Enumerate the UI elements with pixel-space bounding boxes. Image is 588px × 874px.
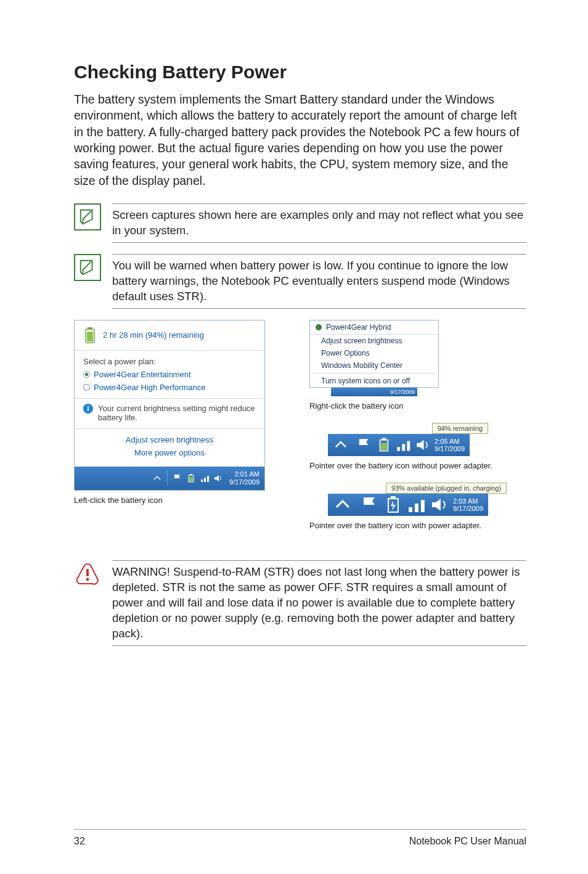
- note-icon: [74, 203, 101, 231]
- plan-option-1[interactable]: Power4Gear Entertainment: [83, 370, 256, 379]
- svg-rect-8: [382, 438, 385, 439]
- caption-no-adapter: Pointer over the battery icon without po…: [309, 461, 526, 472]
- svg-rect-9: [381, 443, 387, 449]
- adjust-brightness-link[interactable]: Adjust screen brightness: [83, 434, 256, 447]
- tooltip-remaining: 94% remaining: [432, 423, 488, 434]
- radio-icon: [83, 384, 90, 391]
- flag-icon[interactable]: [360, 495, 380, 515]
- tray-date: 9/17/2009: [435, 445, 465, 452]
- remaining-label: 2 hr 28 min (94%) remaining: [103, 330, 204, 340]
- chevron-up-icon[interactable]: [152, 473, 162, 483]
- plans-header: Select a power plan:: [83, 357, 256, 366]
- svg-rect-5: [189, 477, 193, 481]
- svg-point-6: [316, 324, 322, 330]
- volume-icon[interactable]: [213, 473, 223, 483]
- ctx-system-icons[interactable]: Turn system icons on or off: [310, 375, 438, 387]
- note-2-text: You will be warned when battery power is…: [112, 254, 526, 309]
- svg-rect-2: [87, 332, 93, 341]
- network-icon[interactable]: [395, 437, 411, 453]
- plan-option-2[interactable]: Power4Gear High Performance: [83, 383, 256, 392]
- battery-tray-icon[interactable]: [186, 473, 196, 483]
- ctx-power-options[interactable]: Power Options: [310, 347, 438, 359]
- caption-with-adapter: Pointer over the battery icon with power…: [309, 521, 526, 531]
- ctx-adjust-brightness[interactable]: Adjust screen brightness: [310, 335, 438, 347]
- note-1-text: Screen captures shown here are examples …: [112, 203, 526, 243]
- svg-rect-11: [391, 496, 396, 499]
- tooltip-charging: 93% available (plugged in, charging): [386, 483, 507, 494]
- volume-icon[interactable]: [430, 495, 449, 515]
- battery-popup: 2 hr 28 min (94%) remaining Select a pow…: [74, 320, 265, 491]
- warning-block: WARNING! Suspend-to-RAM (STR) does not l…: [74, 560, 526, 646]
- caption-left: Left-click the battery icon: [74, 496, 291, 506]
- network-icon[interactable]: [406, 495, 426, 515]
- plan-2-label: Power4Gear High Performance: [94, 383, 205, 392]
- flag-icon[interactable]: [356, 437, 372, 453]
- info-icon: i: [83, 404, 93, 414]
- tray-mini: 9/17/2009: [331, 388, 417, 396]
- tray-no-adapter: 2:05 AM 9/17/2009: [328, 434, 470, 456]
- note-2: You will be warned when battery power is…: [74, 254, 526, 309]
- note-icon: [74, 254, 101, 281]
- chevron-up-icon[interactable]: [333, 495, 353, 515]
- ctx-mobility-center[interactable]: Windows Mobility Center: [310, 359, 438, 372]
- power4gear-icon: [315, 324, 322, 331]
- note-1: Screen captures shown here are examples …: [74, 203, 526, 243]
- brightness-info: Your current brightness setting might re…: [98, 404, 256, 422]
- footer-title: Notebook PC User Manual: [409, 836, 526, 847]
- battery-icon: [83, 327, 97, 344]
- context-menu: Power4Gear Hybrid Adjust screen brightne…: [309, 320, 439, 388]
- page-footer: 32 Notebook PC User Manual: [74, 829, 526, 847]
- battery-tray-icon[interactable]: [376, 437, 392, 453]
- tray-time: 2:01 AM: [229, 470, 259, 478]
- chevron-up-icon[interactable]: [333, 437, 349, 453]
- network-icon[interactable]: [200, 473, 210, 483]
- tray-time: 2:03 AM: [453, 497, 483, 505]
- heading: Checking Battery Power: [74, 62, 526, 83]
- taskbar-tray-left: 2:01 AM 9/17/2009: [75, 467, 264, 490]
- svg-rect-4: [190, 474, 192, 475]
- svg-rect-12: [86, 569, 89, 576]
- plan-1-label: Power4Gear Entertainment: [94, 370, 191, 379]
- radio-selected-icon: [83, 371, 90, 378]
- svg-point-13: [86, 578, 89, 581]
- tray-date: 9/17/2009: [453, 505, 483, 512]
- tray-time: 2:05 AM: [435, 438, 465, 445]
- battery-charging-icon[interactable]: [383, 495, 403, 515]
- caption-ctx: Right-click the battery icon: [309, 401, 526, 412]
- more-power-options-link[interactable]: More power options: [83, 447, 256, 460]
- flag-icon[interactable]: [173, 473, 182, 483]
- volume-icon[interactable]: [415, 437, 431, 453]
- tray-with-adapter: 2:03 AM 9/17/2009: [328, 494, 488, 516]
- warning-text: WARNING! Suspend-to-RAM (STR) does not l…: [112, 560, 526, 646]
- tray-date: 9/17/2009: [229, 478, 259, 486]
- intro-paragraph: The battery system implements the Smart …: [74, 91, 526, 189]
- ctx-title-label: Power4Gear Hybrid: [326, 323, 391, 332]
- page-number: 32: [74, 836, 85, 847]
- warning-icon: [74, 560, 101, 587]
